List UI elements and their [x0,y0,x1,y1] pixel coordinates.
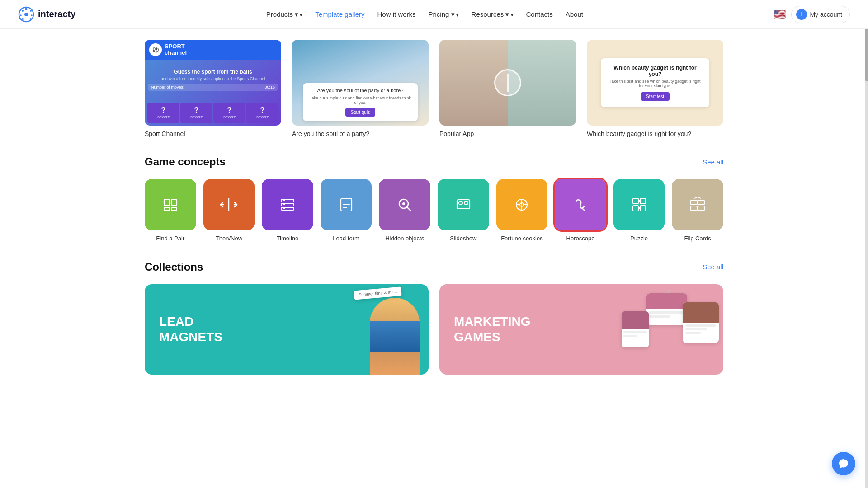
fitness-shirt [370,321,420,352]
svg-point-5 [20,14,22,16]
navigation: interacty Products ▾ Template gallery Ho… [0,0,868,29]
concept-then-now[interactable]: Then/Now [203,179,255,243]
language-flag[interactable]: 🇺🇸 [774,9,786,20]
concept-horoscope[interactable]: Horoscope [555,179,606,243]
beauty-start-btn[interactable]: Start test [641,92,670,101]
concept-timeline[interactable]: Timeline [262,179,313,243]
lead-magnets-title: LEADMAGNETS [145,314,237,344]
fortune-cookies-svg: ? [513,196,531,214]
nav-resources[interactable]: Resources ▾ [472,10,514,19]
collections-grid: LEADMAGNETS Summer fitness ma... MARKETI… [145,284,723,375]
party-thumb: Are you the soul of the party or a bore?… [292,40,429,126]
account-icon: i [796,9,807,20]
puzzle-svg [630,196,648,214]
lead-form-icon [321,179,372,230]
svg-rect-10 [171,199,177,206]
hidden-objects-icon [379,179,430,230]
nav-contacts[interactable]: Contacts [526,10,553,18]
mc2-line1 [685,324,716,327]
concept-puzzle[interactable]: Puzzle [613,179,665,243]
svg-rect-41 [640,206,646,211]
featured-card-sport[interactable]: ⚽ SPORTchannel Guess the sport from the … [145,40,281,137]
featured-card-beauty[interactable]: Which beauty gadget is right for you? Ta… [587,40,723,137]
then-now-label: Then/Now [216,235,242,243]
nav-products[interactable]: Products ▾ [266,10,302,19]
svg-point-2 [25,8,28,10]
account-label: My account [810,11,842,18]
sport-middle: Guess the sport from the balls and win a… [145,60,281,100]
svg-rect-11 [164,207,170,211]
horoscope-icon [555,179,606,230]
beauty-title: Which beauty gadget is right for you? [607,65,703,77]
collections-see-all[interactable]: See all [703,263,723,271]
then-now-icon [203,179,255,230]
game-concepts-see-all[interactable]: See all [703,158,723,166]
app-split-line [507,74,509,92]
game-concepts-header: Game concepts See all [145,155,723,168]
beauty-thumb: Which beauty gadget is right for you? Ta… [587,40,723,126]
sport-tile-3: ?SPORT [213,103,245,123]
horoscope-label: Horoscope [566,235,595,243]
sport-moves-label: Number of moves: [151,85,184,89]
mc3-top [622,311,649,329]
beauty-sub: Take this test and see which beauty gadg… [607,79,703,88]
party-card-label: Are you the soul of a party? [292,130,429,137]
timeline-label: Timeline [277,235,299,243]
svg-line-25 [407,207,410,211]
mc2-bottom [683,323,719,337]
svg-point-8 [30,18,32,20]
sport-tiles: ?SPORT ?SPORT ?SPORT ?SPORT [145,100,281,126]
svg-rect-46 [691,206,697,211]
collection-marketing-games[interactable]: MARKETINGGAMES ☕ [439,284,723,375]
flip-cards-label: Flip Cards [684,235,711,243]
sport-logo-text: SPORTchannel [165,43,187,56]
nav-about[interactable]: About [566,10,583,18]
collection-lead-magnets[interactable]: LEADMAGNETS Summer fitness ma... [145,284,429,375]
featured-card-party[interactable]: Are you the soul of the party or a bore?… [292,40,429,137]
party-card-inner: Are you the soul of the party or a bore?… [303,83,418,121]
logo-icon [18,6,34,23]
svg-text:?: ? [520,202,523,206]
svg-rect-39 [640,198,646,204]
sport-time: 00:15 [264,85,275,89]
concept-hidden-objects[interactable]: Hidden objects [379,179,430,243]
sport-logo-icon: ⚽ [149,43,162,56]
concept-fortune-cookies[interactable]: ? Fortune cookies [496,179,548,243]
app-card-label: Popular App [439,130,576,137]
account-button[interactable]: i My account [791,6,850,23]
scroll-indicator [865,0,868,402]
lead-form-svg [337,196,355,214]
sport-logo: ⚽ SPORTchannel [149,43,277,56]
slideshow-icon [438,179,489,230]
concept-find-a-pair[interactable]: Find a Pair [145,179,196,243]
mc1-bottom [646,309,687,321]
concepts-grid: Find a Pair Then/Now [145,179,723,243]
then-now-svg [220,196,238,214]
mc2-line2 [685,328,707,330]
nav-how-it-works[interactable]: How it works [377,10,415,18]
concept-slideshow[interactable]: Slideshow [438,179,489,243]
sport-tile-1: ?SPORT [147,103,179,123]
concept-lead-form[interactable]: Lead form [321,179,372,243]
nav-pricing[interactable]: Pricing ▾ [429,10,459,19]
timeline-icon [262,179,313,230]
svg-point-4 [22,10,24,12]
party-bg: Are you the soul of the party or a bore?… [292,40,429,126]
sport-sub-text: and win a free monthly subscription to t… [161,76,265,81]
nav-template-gallery[interactable]: Template gallery [315,10,364,18]
svg-rect-29 [464,202,468,204]
party-start-btn[interactable]: Start quiz [345,108,375,117]
svg-rect-42 [638,200,641,202]
mc3-bottom [622,329,649,339]
mc1-line1 [649,311,684,314]
svg-rect-43 [638,207,641,209]
lead-magnets-deco: Summer fitness ma... [287,284,429,375]
logo[interactable]: interacty [18,6,75,23]
svg-rect-47 [698,206,704,211]
puzzle-label: Puzzle [630,235,648,243]
featured-card-app[interactable]: Popular App [439,40,576,137]
marketing-card-1 [646,293,687,325]
collections-header: Collections See all [145,261,723,273]
sport-guess-text: Guess the sport from the balls [174,69,252,75]
concept-flip-cards[interactable]: Flip Cards [672,179,723,243]
